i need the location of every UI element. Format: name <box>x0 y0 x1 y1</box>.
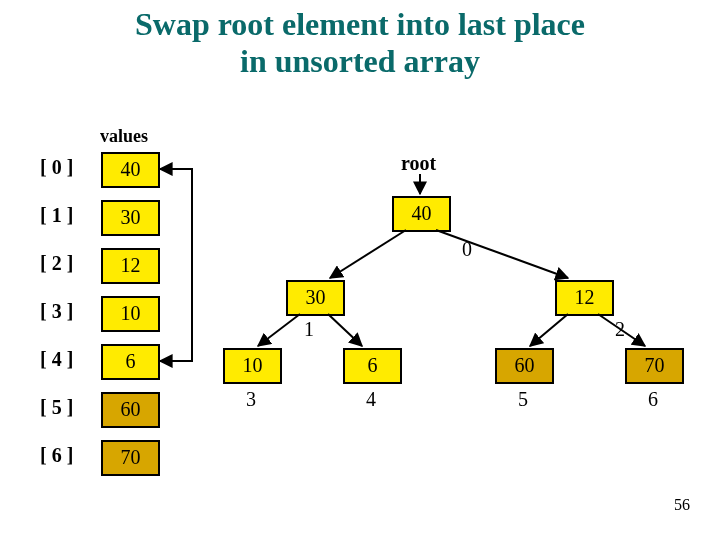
tree-node-0: 40 <box>392 196 451 232</box>
slide-title: Swap root element into last place in uns… <box>0 0 720 80</box>
array-index-0: [ 0 ] <box>40 156 73 179</box>
tree-node-5: 60 <box>495 348 554 384</box>
svg-line-5 <box>530 314 568 346</box>
array-cell-4: 6 <box>101 344 160 380</box>
title-line-2: in unsorted array <box>240 43 480 79</box>
array-index-2: [ 2 ] <box>40 252 73 275</box>
tree-node-1-index: 1 <box>304 318 314 341</box>
tree-node-5-index: 5 <box>518 388 528 411</box>
array-cell-6: 70 <box>101 440 160 476</box>
tree-node-6-index: 6 <box>648 388 658 411</box>
array-cell-5: 60 <box>101 392 160 428</box>
array-index-1: [ 1 ] <box>40 204 73 227</box>
page-number: 56 <box>674 496 690 514</box>
array-index-3: [ 3 ] <box>40 300 73 323</box>
svg-line-2 <box>436 230 568 278</box>
values-header: values <box>100 126 148 147</box>
tree-node-3-index: 3 <box>246 388 256 411</box>
array-index-6: [ 6 ] <box>40 444 73 467</box>
svg-line-1 <box>330 230 406 278</box>
tree-node-2-index: 2 <box>615 318 625 341</box>
svg-line-3 <box>258 314 300 346</box>
tree-node-0-index: 0 <box>462 238 472 261</box>
array-cell-2: 12 <box>101 248 160 284</box>
array-index-4: [ 4 ] <box>40 348 73 371</box>
tree-node-6: 70 <box>625 348 684 384</box>
tree-node-3: 10 <box>223 348 282 384</box>
tree-node-2: 12 <box>555 280 614 316</box>
diagram-stage: values [ 0 ] [ 1 ] [ 2 ] [ 3 ] [ 4 ] [ 5… <box>0 80 720 540</box>
array-cell-0: 40 <box>101 152 160 188</box>
title-line-1: Swap root element into last place <box>135 6 585 42</box>
tree-node-4: 6 <box>343 348 402 384</box>
root-label: root <box>401 152 436 175</box>
tree-node-1: 30 <box>286 280 345 316</box>
array-cell-1: 30 <box>101 200 160 236</box>
tree-node-4-index: 4 <box>366 388 376 411</box>
array-index-5: [ 5 ] <box>40 396 73 419</box>
svg-line-4 <box>328 314 362 346</box>
array-cell-3: 10 <box>101 296 160 332</box>
